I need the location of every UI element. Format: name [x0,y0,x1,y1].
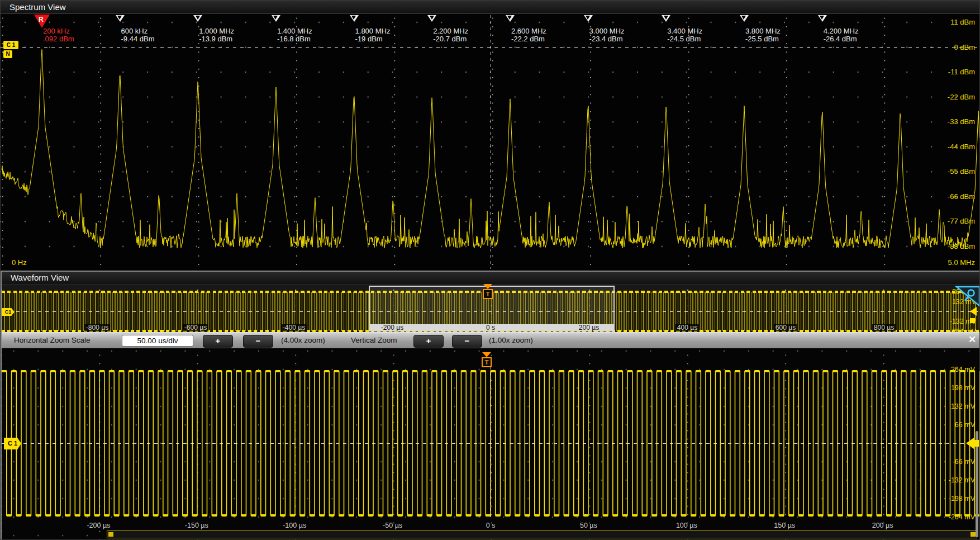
marker-frequency-label: 3.400 MHz [667,27,702,35]
trigger-symbol: T [482,357,492,367]
vertical-zoom-plus-button[interactable]: + [413,335,444,348]
spectrum-center-line [491,15,491,269]
overview-channel-badge[interactable]: C1 [2,308,15,316]
marker-amplitude-label: -20.7 dBm [433,35,467,43]
spectrum-y-label: -66 dBm [914,192,975,201]
spectrum-y-label: -33 dBm [914,117,975,126]
zoomed-waveform-trace [2,348,979,540]
zoomed-voltage-label: 198 mV [925,384,975,392]
spectrum-y-label: -22 dBm [914,93,975,101]
zoom-magnifier-icon[interactable] [955,286,980,307]
zoomed-time-label: 200 µs [872,522,893,529]
overview-time-label: -200 µs [381,324,403,331]
zoomed-trigger-marker[interactable]: T [482,352,492,367]
trigger-triangle-icon [482,352,491,357]
overview-voltage-label: -132 mV [926,318,976,325]
spectrum-marker[interactable] [506,15,515,22]
zoomed-voltage-label: -132 mV [925,476,975,484]
spectrum-y-label: -44 dBm [914,143,975,151]
zoomed-trigger-line [491,367,491,520]
spectrum-view-title: Spectrum View [9,2,66,12]
marker-amplitude-label: -25.5 dBm [745,35,779,43]
channel-badge-n[interactable]: N [3,50,12,58]
spectrum-marker[interactable] [662,15,670,22]
spectrum-y-label: -88 dBm [914,242,975,250]
vertical-zoom-label: Vertical Zoom [351,336,397,344]
reference-marker-amplitude: .092 dBm [43,35,74,43]
horizontal-pan-scrollbar[interactable] [107,530,977,538]
spectrum-y-label: -77 dBm [914,217,975,225]
zoomed-voltage-label: -264 mV [925,513,975,521]
marker-frequency-label: 2.600 MHz [511,27,546,35]
spectrum-y-label: -11 dBm [914,68,975,76]
overview-ground-arrow[interactable] [970,307,979,323]
arrow-left-icon [966,438,974,449]
zoomed-time-label: -150 µs [185,522,208,529]
zoom-controls-bar: Horizontal Zoom Scale + − (4.00x zoom) V… [2,332,979,348]
marker-frequency-label: 600 kHz [121,27,148,35]
trigger-triangle-icon [483,284,492,289]
marker-frequency-label: 1.400 MHz [277,27,312,35]
spectrum-y-label: 11 dBm [914,18,975,26]
spectrum-marker[interactable] [272,15,280,22]
vertical-zoom-readout: (1.00x zoom) [489,336,533,344]
marker-frequency-label: 1.000 MHz [199,27,234,35]
marker-amplitude-label: -19 dBm [355,35,383,43]
zoomed-time-label: 0 s [486,522,496,529]
spectrum-x-stop-label: 5.0 MHz [914,258,975,267]
reference-marker-frequency: 200 kHz [43,27,70,35]
overview-time-label: -400 µs [281,324,307,331]
reference-level-line [1,47,980,48]
waveform-view-titlebar[interactable]: Waveform View [2,271,979,285]
trigger-symbol: T [483,289,493,299]
spectrum-marker[interactable] [740,15,749,22]
channel-badge-c1[interactable]: C 1 [3,41,18,49]
zoomed-time-label: -50 µs [383,522,402,529]
horizontal-zoom-plus-button[interactable]: + [203,335,233,348]
spectrum-y-label: -55 dBm [914,167,975,176]
zoomed-time-label: -200 µs [87,522,110,529]
marker-amplitude-label: -22.2 dBm [511,35,545,43]
spectrum-marker[interactable] [818,15,827,22]
waveform-view-title: Waveform View [11,273,69,282]
marker-frequency-label: 2.200 MHz [433,27,468,35]
horizontal-zoom-scale-input[interactable] [122,335,193,347]
arrow-left-icon [970,307,977,316]
zoomed-time-label: 100 µs [676,522,697,529]
zoomed-time-label: -100 µs [283,522,306,529]
spectrum-plot[interactable]: R 200 kHz .092 dBm 600 kHz-9.44 dBm1.000… [1,14,980,270]
vertical-zoom-minus-button[interactable]: − [452,335,482,348]
zoomed-time-label: 150 µs [774,522,795,529]
spectrum-y-label: 0 dBm [914,43,975,51]
spectrum-marker[interactable] [427,15,436,22]
scrollbar-left-grip[interactable] [108,532,113,537]
horizontal-zoom-minus-button[interactable]: − [243,335,273,348]
zoomed-channel-badge[interactable]: C 1 [4,438,21,449]
spectrum-marker[interactable] [116,15,125,22]
close-zoom-button[interactable]: ✕ [966,334,978,346]
spectrum-marker[interactable] [584,15,593,22]
spectrum-marker[interactable] [193,15,202,22]
zoomed-time-label: 50 µs [580,522,597,529]
spectrum-marker[interactable] [350,15,359,22]
marker-amplitude-label: -16.8 dBm [277,35,311,43]
overview-trigger-marker[interactable]: T [483,284,493,299]
marker-amplitude-label: -9.44 dBm [121,35,155,43]
zoomed-ground-arrow[interactable] [966,438,979,449]
zoomed-voltage-label: 132 mV [925,402,975,410]
waveform-overview[interactable]: -800 µs-600 µs-400 µs-200 µs0 s200 µs400… [2,285,979,332]
zoomed-voltage-label: -198 mV [925,495,975,503]
horizontal-zoom-scale-label: Horizontal Zoom Scale [14,336,91,344]
overview-time-label: 800 µs [872,324,896,331]
zoomed-waveform-view[interactable]: T -200 µs-150 µs-100 µs-50 µs0 s50 µs100… [2,348,979,540]
overview-time-label: 600 µs [774,324,797,331]
zoomed-ground-line [2,443,979,444]
spectrum-trace [1,14,980,270]
scrollbar-right-grip[interactable] [971,532,976,537]
spectrum-view-titlebar[interactable]: Spectrum View [1,1,980,14]
marker-frequency-label: 1.800 MHz [355,27,391,35]
overview-time-label: 0 s [486,324,495,331]
overview-time-label: -600 µs [183,324,208,331]
zoomed-voltage-label: 264 mV [925,366,975,373]
overview-time-label: -800 µs [84,324,110,331]
